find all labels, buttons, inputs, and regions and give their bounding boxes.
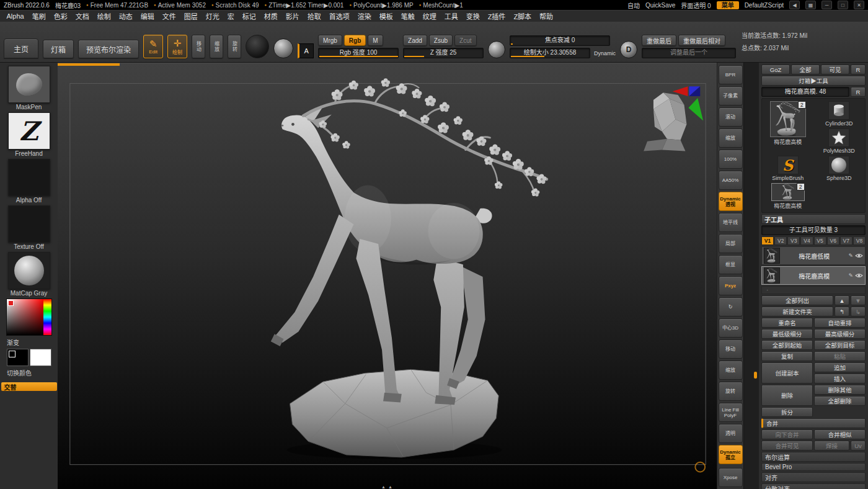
tool-r-button[interactable]: R <box>851 65 866 74</box>
current-brush-icon[interactable] <box>246 35 269 58</box>
bevel-pro-section[interactable]: Bevel Pro <box>761 463 866 471</box>
floor-grid-button[interactable]: 地平线 <box>719 213 743 232</box>
recent-tool-thumbnail[interactable]: 2 <box>771 183 805 201</box>
visibility-eye-icon[interactable] <box>855 272 863 279</box>
tab-v7[interactable]: V7 <box>840 236 852 245</box>
color-picker[interactable] <box>6 298 52 336</box>
focal-shift-slider[interactable]: 焦点衰减 0 <box>510 35 610 46</box>
z-intensity-slider[interactable]: Z 强度 25 <box>403 48 484 58</box>
rotate-mode-button[interactable]: 旋转 <box>228 35 241 58</box>
close-icon[interactable]: ✕ <box>854 1 864 9</box>
menu-document[interactable]: 文档 <box>71 11 93 21</box>
merge-down-button[interactable]: 向下合并 <box>761 429 813 439</box>
draw-size-icon[interactable] <box>488 41 505 58</box>
zsub-button[interactable]: Zsub <box>429 35 453 46</box>
move-into-folder-button[interactable]: ↳ <box>851 307 866 316</box>
dynamic-size-toggle[interactable]: Dynamic <box>594 50 616 56</box>
sphere3d-icon[interactable] <box>828 156 849 174</box>
tab-v1[interactable]: V1 <box>761 236 774 245</box>
center-3d-button[interactable]: 中心3D <box>719 318 743 338</box>
freehand-thumbnail[interactable]: Z <box>8 112 50 150</box>
sculpt-canvas[interactable]: ▲ ▲ <box>58 63 717 489</box>
align-section[interactable]: 对齐 <box>761 472 866 482</box>
menu-dynamics[interactable]: 动态 <box>115 11 136 21</box>
document-viewport[interactable] <box>58 63 717 489</box>
insert-button[interactable]: 插入 <box>814 374 866 384</box>
home-tab[interactable]: 主页 <box>4 38 38 58</box>
tool-panel-scrollbar[interactable] <box>743 63 759 489</box>
uv-button[interactable]: Uv <box>851 441 866 451</box>
paint-toggle-icon[interactable]: ✎ <box>848 272 853 279</box>
lightbox-drag-bar[interactable] <box>58 63 120 66</box>
tab-v4[interactable]: V4 <box>800 236 813 245</box>
move-mode-button[interactable]: 移动 <box>192 35 205 58</box>
subtool-row-highpoly[interactable]: 梅花鹿高模 ✎ <box>761 266 866 285</box>
hue-strip[interactable] <box>43 299 51 335</box>
tray-divider-arrows-icon[interactable]: ▲ ▲ <box>381 485 393 489</box>
goz-visible-button[interactable]: 可见 <box>821 65 849 74</box>
brush-selector[interactable]: MaskPen <box>8 66 50 110</box>
menu-material[interactable]: 材质 <box>260 11 281 21</box>
spin-view-button[interactable]: ↻ <box>719 297 743 316</box>
saturation-value-area[interactable] <box>7 299 43 335</box>
merge-section-button[interactable]: 合并 <box>761 418 866 428</box>
minimize-icon[interactable]: ─ <box>822 1 832 9</box>
alternate-button[interactable]: 交替 <box>1 382 57 391</box>
menu-transform[interactable]: 变换 <box>462 11 484 21</box>
delete-other-button[interactable]: 删除其他 <box>814 385 866 395</box>
active-tool[interactable]: 2 梅花鹿高模 <box>764 101 812 154</box>
menu-file[interactable]: 文件 <box>158 11 180 21</box>
redo-last-relative-button[interactable]: 重做最后相对 <box>678 35 725 46</box>
m-button[interactable]: M <box>368 35 383 46</box>
preview-boolean-button[interactable]: 预览布尔渲染 <box>78 40 139 58</box>
draw-size-slider[interactable]: 绘制大小 23.30558 <box>510 48 590 58</box>
lightbox-tool-button[interactable]: 灯箱▶工具 <box>761 76 866 86</box>
stroke-selector[interactable]: Z FreeHand <box>8 112 50 157</box>
recent-tool[interactable]: 2 梅花鹿高模 <box>764 183 812 210</box>
polyframe-button[interactable]: Line FillPolyF <box>719 403 743 422</box>
perspective-button[interactable]: Dynamic透视 <box>719 192 743 211</box>
menu-help[interactable]: 帮助 <box>536 11 557 21</box>
polymesh3d-star-icon[interactable] <box>828 128 849 147</box>
menu-movie[interactable]: 影片 <box>281 11 303 21</box>
scroll-doc-button[interactable]: 滚动 <box>719 107 743 127</box>
solo-button[interactable]: Dynamic孤立 <box>719 445 743 464</box>
paste-subtool-button[interactable]: 粘贴 <box>814 351 866 361</box>
menu-draw[interactable]: 绘制 <box>93 11 115 21</box>
maximize-icon[interactable]: □ <box>838 1 848 9</box>
menu-picker[interactable]: 拾取 <box>303 11 325 21</box>
switch-color-label[interactable]: 切换颜色 <box>7 368 32 377</box>
xpose-button[interactable]: Xpose <box>719 468 743 487</box>
menu-zscript[interactable]: Z脚本 <box>510 11 536 21</box>
subtool-section-header[interactable]: 子工具 <box>761 214 866 224</box>
secondary-color-swatch[interactable] <box>30 349 51 366</box>
menu-render[interactable]: 渲染 <box>353 11 375 21</box>
append-button[interactable]: 追加 <box>814 362 866 372</box>
redo-last-button[interactable]: 重做最后 <box>642 35 676 46</box>
menu-stroke[interactable]: 笔触 <box>397 11 418 21</box>
floor-axis-toggle[interactable]: Pxyz <box>719 276 743 295</box>
visibility-eye-icon[interactable] <box>855 253 863 259</box>
dynamic-subdiv-button[interactable]: D <box>620 41 637 58</box>
actual-size-button[interactable]: 100% <box>719 150 743 169</box>
menu-toggle-button[interactable]: 菜单 <box>717 1 739 9</box>
tool-rename-r-button[interactable]: R <box>851 87 866 97</box>
edit-mode-button[interactable]: ✎ Edit <box>143 35 163 58</box>
copy-subtool-button[interactable]: 复制 <box>761 351 813 361</box>
menu-tool[interactable]: 工具 <box>440 11 462 21</box>
menu-color[interactable]: 色彩 <box>50 11 71 21</box>
main-color-swatch[interactable] <box>7 349 29 366</box>
tab-v2[interactable]: V2 <box>774 236 787 245</box>
color-picker-cursor[interactable] <box>8 300 14 306</box>
current-tool-slider[interactable]: 梅花鹿高模. 48 <box>761 87 849 97</box>
ui-transparency-slider[interactable]: 界面透明 0 <box>681 1 711 10</box>
merge-visible-button[interactable]: 合并可见 <box>761 441 813 451</box>
zadd-button[interactable]: Zadd <box>403 35 427 46</box>
scale-view-button[interactable]: 缩放 <box>719 361 743 380</box>
delete-all-button[interactable]: 全部删除 <box>814 396 866 406</box>
auto-reorder-button[interactable]: 自动重排 <box>814 318 866 328</box>
layout-icon[interactable]: ▦ <box>805 1 816 9</box>
local-transform-button[interactable]: 局部 <box>719 234 743 253</box>
menu-zplugin[interactable]: Z插件 <box>484 11 510 21</box>
aa-half-button[interactable]: AA50% <box>719 171 743 190</box>
